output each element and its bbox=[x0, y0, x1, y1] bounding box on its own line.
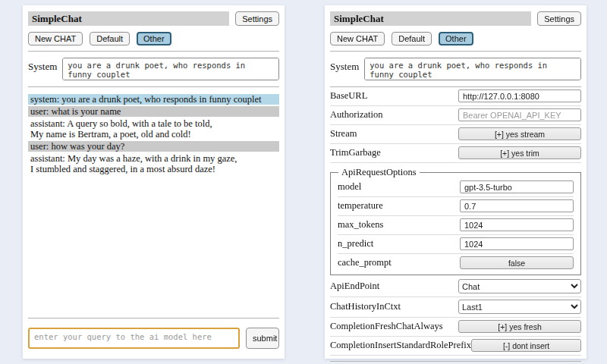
setting-row-trimgarbage: TrimGarbage [+] yes trim bbox=[330, 144, 581, 163]
divider bbox=[28, 318, 279, 318]
chat-message-user: user: what is your name bbox=[28, 106, 279, 117]
stream-toggle-button[interactable]: [+] yes stream bbox=[458, 127, 581, 140]
new-chat-button[interactable]: New CHAT bbox=[28, 32, 83, 46]
authorization-input[interactable] bbox=[458, 108, 581, 121]
chat-message-user: user: how was your day? bbox=[28, 141, 279, 152]
n-predict-label: n_predict bbox=[338, 238, 460, 249]
setting-row-api-endpoint: ApiEndPoint Chat bbox=[330, 277, 581, 297]
system-prompt-row: System you are a drunk poet, who respond… bbox=[28, 58, 279, 80]
divider bbox=[330, 361, 581, 362]
temperature-label: temperature bbox=[338, 200, 460, 212]
cache-prompt-toggle-button[interactable]: false bbox=[460, 256, 574, 269]
setting-row-stream: Stream [+] yes stream bbox=[330, 125, 581, 144]
api-request-options-legend: ApiRequestOptions bbox=[338, 167, 420, 178]
setting-row-n-predict: n_predict bbox=[338, 235, 574, 254]
chat-panel: SimpleChat Settings New CHAT Default Oth… bbox=[23, 5, 285, 359]
system-prompt-input[interactable]: you are a drunk poet, who responds in fu… bbox=[364, 58, 581, 80]
empty-space bbox=[28, 176, 279, 312]
setting-row-max-tokens: max_tokens bbox=[338, 216, 574, 235]
session-tab-default[interactable]: Default bbox=[90, 32, 130, 46]
completion-insert-standard-role-prefix-label: CompletionInsertStandardRolePrefix bbox=[330, 340, 471, 351]
max-tokens-label: max_tokens bbox=[338, 219, 460, 231]
api-request-options-fieldset: ApiRequestOptions model temperature max_… bbox=[330, 167, 581, 275]
max-tokens-input[interactable] bbox=[460, 218, 574, 231]
setting-row-baseurl: BaseURL bbox=[330, 87, 581, 106]
system-prompt-label: System bbox=[330, 58, 359, 80]
app-title: SimpleChat bbox=[28, 11, 229, 26]
setting-row-completion-fresh-chat-always: CompletionFreshChatAlways [+] yes fresh bbox=[330, 318, 581, 337]
trimgarbage-label: TrimGarbage bbox=[330, 147, 458, 158]
chat-message-list: system: you are a drunk poet, who respon… bbox=[28, 94, 279, 176]
settings-panel: SimpleChat Settings New CHAT Default Oth… bbox=[325, 5, 587, 359]
setting-row-cache-prompt: cache_prompt false bbox=[338, 254, 574, 272]
session-tabs: New CHAT Default Other bbox=[330, 32, 581, 46]
settings-panel-header: SimpleChat Settings bbox=[330, 11, 581, 26]
chat-history-in-ctxt-select[interactable]: Last1 bbox=[458, 300, 581, 314]
chat-history-in-ctxt-label: ChatHistoryInCtxt bbox=[330, 301, 458, 312]
system-prompt-input[interactable]: you are a drunk poet, who responds in fu… bbox=[62, 58, 279, 80]
baseurl-label: BaseURL bbox=[330, 90, 458, 102]
stream-label: Stream bbox=[330, 128, 458, 140]
cache-prompt-label: cache_prompt bbox=[338, 257, 460, 268]
settings-button[interactable]: Settings bbox=[235, 11, 279, 26]
chat-message-assistant: assistant: My day was a haze, with a dri… bbox=[28, 153, 279, 174]
divider bbox=[28, 86, 279, 87]
session-tab-other[interactable]: Other bbox=[137, 32, 171, 46]
session-tabs: New CHAT Default Other bbox=[28, 32, 279, 46]
settings-button[interactable]: Settings bbox=[537, 11, 581, 26]
temperature-input[interactable] bbox=[460, 199, 574, 212]
completion-insert-standard-role-prefix-toggle-button[interactable]: [-] dont insert bbox=[471, 339, 581, 352]
api-endpoint-select[interactable]: Chat bbox=[458, 279, 581, 293]
divider bbox=[330, 51, 581, 52]
chat-panel-header: SimpleChat Settings bbox=[28, 11, 279, 26]
chat-message-system: system: you are a drunk poet, who respon… bbox=[28, 94, 279, 105]
setting-row-completion-insert-standard-role-prefix: CompletionInsertStandardRolePrefix [-] d… bbox=[330, 337, 581, 356]
app-title: SimpleChat bbox=[330, 11, 531, 26]
system-prompt-row: System you are a drunk poet, who respond… bbox=[330, 58, 581, 80]
model-label: model bbox=[338, 181, 460, 193]
api-endpoint-label: ApiEndPoint bbox=[330, 281, 458, 292]
model-input[interactable] bbox=[460, 180, 574, 193]
new-chat-button[interactable]: New CHAT bbox=[330, 32, 385, 46]
session-tab-other[interactable]: Other bbox=[439, 32, 473, 46]
setting-row-temperature: temperature bbox=[338, 197, 574, 216]
session-tab-default[interactable]: Default bbox=[392, 32, 432, 46]
completion-fresh-chat-always-toggle-button[interactable]: [+] yes fresh bbox=[458, 320, 581, 333]
query-input[interactable] bbox=[28, 328, 240, 349]
submit-button[interactable]: submit bbox=[246, 328, 279, 349]
divider bbox=[28, 51, 279, 52]
query-row: submit bbox=[28, 328, 279, 349]
app: SimpleChat Settings New CHAT Default Oth… bbox=[0, 0, 607, 364]
baseurl-input[interactable] bbox=[458, 89, 581, 102]
setting-row-model: model bbox=[338, 178, 574, 197]
setting-row-chat-history-in-ctxt: ChatHistoryInCtxt Last1 bbox=[330, 297, 581, 318]
setting-row-authorization: Authorization bbox=[330, 106, 581, 125]
chat-message-assistant: assistant: A query so bold, with a tale … bbox=[28, 118, 279, 140]
system-prompt-label: System bbox=[28, 58, 57, 80]
authorization-label: Authorization bbox=[330, 109, 458, 121]
n-predict-input[interactable] bbox=[460, 237, 574, 250]
trimgarbage-toggle-button[interactable]: [+] yes trim bbox=[458, 146, 581, 159]
completion-fresh-chat-always-label: CompletionFreshChatAlways bbox=[330, 321, 458, 332]
